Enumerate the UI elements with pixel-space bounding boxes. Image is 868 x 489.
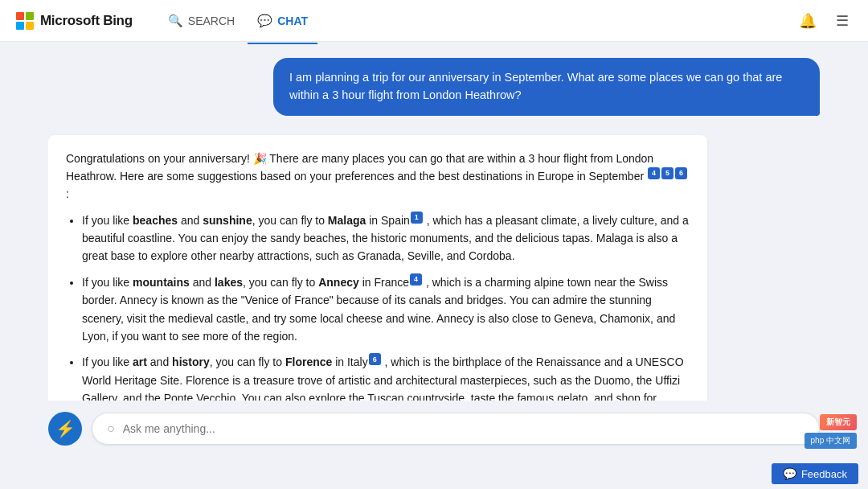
watermark: 新智元 php 中文网 [805, 414, 857, 449]
feedback-button[interactable]: 💬 Feedback [772, 463, 858, 484]
keyword-history: history [172, 355, 210, 368]
list-item: If you like art and history, you can fly… [82, 353, 690, 401]
citation-4b[interactable]: 4 [410, 273, 422, 286]
citation-6[interactable]: 6 [675, 167, 687, 179]
list-item: If you like beaches and sunshine, you ca… [82, 212, 690, 265]
watermark-badge1: 新智元 [820, 414, 857, 430]
input-area: ⚡ ○ [0, 401, 868, 460]
citation-5[interactable]: 5 [661, 167, 674, 179]
nav-chat[interactable]: 💬 CHAT [248, 9, 317, 33]
citation-4[interactable]: 4 [648, 167, 660, 179]
chat-input[interactable] [123, 422, 805, 435]
list-item: If you like mountains and lakes, you can… [82, 273, 690, 346]
keyword-art: art [133, 355, 147, 368]
footer: 💬 Feedback [0, 460, 868, 489]
ai-message: Congratulations on your anniversary! 🎉 T… [48, 135, 707, 401]
user-bubble: I am planning a trip for our anniversary… [273, 58, 820, 116]
keyword-sunshine: sunshine [203, 214, 252, 227]
watermark-badge2: php 中文网 [805, 433, 857, 449]
chat-icon: 💬 [257, 14, 272, 28]
feedback-label: Feedback [801, 468, 847, 480]
menu-button[interactable]: ☰ [833, 9, 852, 33]
nav-search[interactable]: 🔍 SEARCH [158, 9, 244, 33]
ai-intro: Congratulations on your anniversary! 🎉 T… [66, 150, 690, 203]
input-box[interactable]: ○ [92, 413, 820, 445]
logo-text: Microsoft Bing [40, 13, 133, 29]
ai-intro-text: Congratulations on your anniversary! 🎉 T… [66, 152, 653, 183]
bing-avatar: ⚡ [48, 412, 82, 446]
citation-6b[interactable]: 6 [369, 353, 381, 365]
feedback-icon: 💬 [783, 467, 796, 480]
notification-button[interactable]: 🔔 [796, 9, 820, 33]
keyword-malaga: Malaga [328, 214, 366, 227]
bell-icon: 🔔 [799, 12, 817, 30]
keyword-annecy: Annecy [318, 276, 359, 289]
nav-chat-label: CHAT [277, 14, 308, 27]
keyword-lakes: lakes [215, 276, 243, 289]
main-content: I am planning a trip for our anniversary… [0, 42, 868, 401]
citation-1[interactable]: 1 [411, 212, 423, 224]
search-icon: 🔍 [168, 14, 183, 28]
header: Microsoft Bing 🔍 SEARCH 💬 CHAT 🔔 ☰ [0, 0, 868, 42]
nav-search-label: SEARCH [188, 14, 235, 27]
chat-area: I am planning a trip for our anniversary… [48, 58, 820, 401]
bing-avatar-icon: ⚡ [55, 419, 76, 438]
user-message: I am planning a trip for our anniversary… [48, 58, 820, 116]
keyword-beaches: beaches [133, 214, 178, 227]
keyword-mountains: mountains [133, 276, 190, 289]
ms-logo-icon [16, 12, 34, 30]
header-right: 🔔 ☰ [796, 9, 852, 33]
hamburger-icon: ☰ [836, 12, 849, 30]
keyword-florence: Florence [285, 355, 332, 368]
logo-area: Microsoft Bing [16, 12, 133, 30]
input-circle-icon: ○ [107, 421, 115, 436]
nav-bar: 🔍 SEARCH 💬 CHAT [158, 9, 317, 33]
ai-suggestions-list: If you like beaches and sunshine, you ca… [66, 212, 690, 401]
